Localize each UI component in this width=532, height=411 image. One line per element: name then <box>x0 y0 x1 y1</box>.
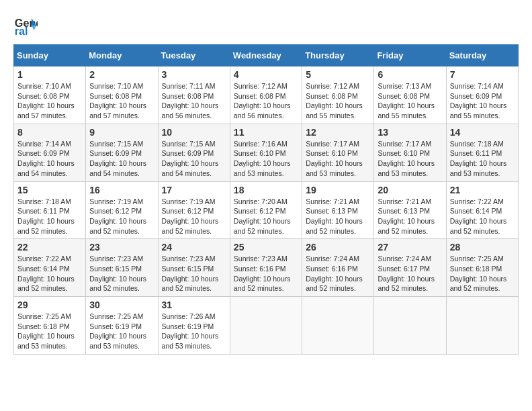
calendar-day-cell: 17Sunrise: 7:19 AMSunset: 6:12 PMDayligh… <box>158 181 230 239</box>
day-number: 26 <box>306 242 370 253</box>
calendar-day-cell: 8Sunrise: 7:14 AMSunset: 6:09 PMDaylight… <box>14 124 86 181</box>
calendar-week-row: 15Sunrise: 7:18 AMSunset: 6:11 PMDayligh… <box>14 181 519 239</box>
day-number: 12 <box>306 127 370 138</box>
day-info: Sunrise: 7:25 AMSunset: 6:18 PMDaylight:… <box>450 254 515 293</box>
day-number: 27 <box>378 242 442 253</box>
day-info: Sunrise: 7:10 AMSunset: 6:08 PMDaylight:… <box>17 81 82 121</box>
day-info: Sunrise: 7:15 AMSunset: 6:09 PMDaylight:… <box>162 139 226 179</box>
weekday-header-cell: Friday <box>374 45 446 66</box>
calendar-day-cell <box>302 297 374 355</box>
logo: Gene ral <box>13 13 40 38</box>
day-info: Sunrise: 7:15 AMSunset: 6:09 PMDaylight:… <box>89 139 154 179</box>
calendar-day-cell: 1Sunrise: 7:10 AMSunset: 6:08 PMDaylight… <box>14 66 86 124</box>
day-number: 18 <box>234 185 298 195</box>
day-info: Sunrise: 7:11 AMSunset: 6:08 PMDaylight:… <box>162 81 226 121</box>
calendar-day-cell: 10Sunrise: 7:15 AMSunset: 6:09 PMDayligh… <box>158 124 230 181</box>
svg-text:ral: ral <box>15 25 28 37</box>
day-number: 14 <box>450 127 515 138</box>
day-info: Sunrise: 7:14 AMSunset: 6:09 PMDaylight:… <box>450 81 515 121</box>
day-info: Sunrise: 7:14 AMSunset: 6:09 PMDaylight:… <box>17 139 82 179</box>
calendar-week-row: 1Sunrise: 7:10 AMSunset: 6:08 PMDaylight… <box>14 66 519 124</box>
weekday-header-cell: Sunday <box>14 45 86 66</box>
calendar-day-cell: 4Sunrise: 7:12 AMSunset: 6:08 PMDaylight… <box>230 66 302 124</box>
day-number: 19 <box>306 185 370 195</box>
calendar-day-cell: 25Sunrise: 7:23 AMSunset: 6:16 PMDayligh… <box>230 239 302 297</box>
weekday-header-cell: Thursday <box>302 45 374 66</box>
calendar-day-cell: 13Sunrise: 7:17 AMSunset: 6:10 PMDayligh… <box>374 124 446 181</box>
day-number: 4 <box>234 69 298 80</box>
calendar-day-cell: 30Sunrise: 7:25 AMSunset: 6:19 PMDayligh… <box>86 297 158 355</box>
calendar-day-cell: 29Sunrise: 7:25 AMSunset: 6:18 PMDayligh… <box>14 297 86 355</box>
day-number: 20 <box>378 185 442 195</box>
day-info: Sunrise: 7:12 AMSunset: 6:08 PMDaylight:… <box>306 81 370 121</box>
calendar-week-row: 29Sunrise: 7:25 AMSunset: 6:18 PMDayligh… <box>14 297 519 355</box>
day-number: 15 <box>17 185 82 195</box>
weekday-header-cell: Monday <box>86 45 158 66</box>
calendar-week-row: 8Sunrise: 7:14 AMSunset: 6:09 PMDaylight… <box>14 124 519 181</box>
calendar-day-cell: 7Sunrise: 7:14 AMSunset: 6:09 PMDaylight… <box>446 66 518 124</box>
calendar-day-cell: 2Sunrise: 7:10 AMSunset: 6:08 PMDaylight… <box>86 66 158 124</box>
calendar-day-cell: 18Sunrise: 7:20 AMSunset: 6:12 PMDayligh… <box>230 181 302 239</box>
day-info: Sunrise: 7:13 AMSunset: 6:08 PMDaylight:… <box>378 81 442 121</box>
calendar-day-cell: 28Sunrise: 7:25 AMSunset: 6:18 PMDayligh… <box>446 239 518 297</box>
calendar-day-cell <box>374 297 446 355</box>
weekday-header-cell: Saturday <box>446 45 518 66</box>
day-number: 31 <box>162 300 226 310</box>
day-number: 17 <box>162 185 226 195</box>
day-info: Sunrise: 7:18 AMSunset: 6:11 PMDaylight:… <box>17 197 82 236</box>
day-number: 29 <box>17 300 82 310</box>
calendar-day-cell: 3Sunrise: 7:11 AMSunset: 6:08 PMDaylight… <box>158 66 230 124</box>
day-info: Sunrise: 7:19 AMSunset: 6:12 PMDaylight:… <box>89 197 154 236</box>
day-number: 10 <box>162 127 226 138</box>
calendar-week-row: 22Sunrise: 7:22 AMSunset: 6:14 PMDayligh… <box>14 239 519 297</box>
calendar-day-cell: 22Sunrise: 7:22 AMSunset: 6:14 PMDayligh… <box>14 239 86 297</box>
day-info: Sunrise: 7:23 AMSunset: 6:16 PMDaylight:… <box>234 254 298 293</box>
day-number: 24 <box>162 242 226 253</box>
day-info: Sunrise: 7:18 AMSunset: 6:11 PMDaylight:… <box>450 139 515 179</box>
day-number: 30 <box>89 300 154 310</box>
calendar-day-cell: 6Sunrise: 7:13 AMSunset: 6:08 PMDaylight… <box>374 66 446 124</box>
calendar-day-cell: 31Sunrise: 7:26 AMSunset: 6:19 PMDayligh… <box>158 297 230 355</box>
day-info: Sunrise: 7:25 AMSunset: 6:19 PMDaylight:… <box>89 312 154 351</box>
day-number: 22 <box>17 242 82 253</box>
day-number: 9 <box>89 127 154 138</box>
calendar-body: 1Sunrise: 7:10 AMSunset: 6:08 PMDaylight… <box>14 66 519 355</box>
day-info: Sunrise: 7:20 AMSunset: 6:12 PMDaylight:… <box>234 197 298 236</box>
weekday-header-row: SundayMondayTuesdayWednesdayThursdayFrid… <box>14 45 519 66</box>
day-number: 2 <box>89 69 154 80</box>
calendar-day-cell: 20Sunrise: 7:21 AMSunset: 6:13 PMDayligh… <box>374 181 446 239</box>
logo-icon: Gene ral <box>13 13 38 38</box>
day-info: Sunrise: 7:24 AMSunset: 6:16 PMDaylight:… <box>306 254 370 293</box>
day-info: Sunrise: 7:10 AMSunset: 6:08 PMDaylight:… <box>89 81 154 121</box>
day-number: 1 <box>17 69 82 80</box>
weekday-header-cell: Tuesday <box>158 45 230 66</box>
day-number: 11 <box>234 127 298 138</box>
calendar-day-cell: 19Sunrise: 7:21 AMSunset: 6:13 PMDayligh… <box>302 181 374 239</box>
calendar-day-cell <box>446 297 518 355</box>
calendar-day-cell: 23Sunrise: 7:23 AMSunset: 6:15 PMDayligh… <box>86 239 158 297</box>
calendar-day-cell: 11Sunrise: 7:16 AMSunset: 6:10 PMDayligh… <box>230 124 302 181</box>
calendar-day-cell: 27Sunrise: 7:24 AMSunset: 6:17 PMDayligh… <box>374 239 446 297</box>
day-info: Sunrise: 7:21 AMSunset: 6:13 PMDaylight:… <box>306 197 370 236</box>
day-number: 8 <box>17 127 82 138</box>
day-number: 25 <box>234 242 298 253</box>
day-number: 7 <box>450 69 515 80</box>
day-number: 23 <box>89 242 154 253</box>
calendar-day-cell: 16Sunrise: 7:19 AMSunset: 6:12 PMDayligh… <box>86 181 158 239</box>
calendar-day-cell: 12Sunrise: 7:17 AMSunset: 6:10 PMDayligh… <box>302 124 374 181</box>
page-header: Gene ral <box>13 13 519 38</box>
calendar-day-cell: 21Sunrise: 7:22 AMSunset: 6:14 PMDayligh… <box>446 181 518 239</box>
day-number: 6 <box>378 69 442 80</box>
day-info: Sunrise: 7:19 AMSunset: 6:12 PMDaylight:… <box>162 197 226 236</box>
calendar-day-cell: 24Sunrise: 7:23 AMSunset: 6:15 PMDayligh… <box>158 239 230 297</box>
day-info: Sunrise: 7:23 AMSunset: 6:15 PMDaylight:… <box>89 254 154 293</box>
calendar-day-cell: 14Sunrise: 7:18 AMSunset: 6:11 PMDayligh… <box>446 124 518 181</box>
day-info: Sunrise: 7:17 AMSunset: 6:10 PMDaylight:… <box>306 139 370 179</box>
day-info: Sunrise: 7:21 AMSunset: 6:13 PMDaylight:… <box>378 197 442 236</box>
calendar-table: SundayMondayTuesdayWednesdayThursdayFrid… <box>13 44 519 355</box>
weekday-header-cell: Wednesday <box>230 45 302 66</box>
day-number: 13 <box>378 127 442 138</box>
calendar-day-cell: 15Sunrise: 7:18 AMSunset: 6:11 PMDayligh… <box>14 181 86 239</box>
day-info: Sunrise: 7:22 AMSunset: 6:14 PMDaylight:… <box>17 254 82 293</box>
day-number: 5 <box>306 69 370 80</box>
